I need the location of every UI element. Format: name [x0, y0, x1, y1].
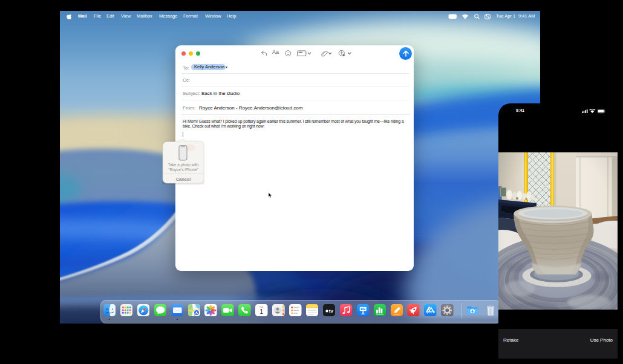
- svg-text:1: 1: [259, 308, 263, 315]
- svg-text:tv: tv: [329, 308, 334, 313]
